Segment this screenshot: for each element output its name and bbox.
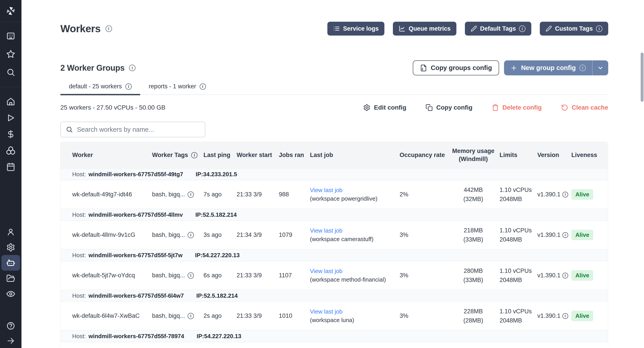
sidebar-item-expand[interactable] <box>1 334 20 348</box>
host-row: Host: windmill-workers-67757d55f-4llmv I… <box>60 209 608 221</box>
col-worker-tags: Worker Tags i <box>152 151 204 159</box>
copy-icon <box>426 104 433 111</box>
worker-start: 21:33 3/9 <box>236 191 279 198</box>
windmill-logo[interactable] <box>0 0 22 22</box>
liveness-badge: Alive <box>571 189 593 200</box>
custom-tags-button[interactable]: Custom Tags i <box>540 22 608 36</box>
last-job-workspace: (workspace camerastuff) <box>310 235 396 243</box>
tab-label: reports - 1 worker <box>149 83 196 90</box>
info-icon[interactable]: i <box>580 65 586 71</box>
last-job-workspace: (workspace powergridlive) <box>310 194 396 203</box>
copy-groups-config-button[interactable]: Copy groups config <box>413 60 499 75</box>
memory-usage: 442MB (32MB) <box>450 186 500 204</box>
new-group-config-dropdown[interactable] <box>592 60 608 75</box>
info-icon[interactable]: i <box>562 192 568 198</box>
table-header: Worker Worker Tags i Last ping Worker st… <box>60 142 608 168</box>
sidebar-item-apps[interactable] <box>1 27 20 45</box>
info-icon[interactable]: i <box>200 84 206 90</box>
delete-config-button[interactable]: Delete config <box>492 104 542 111</box>
sidebar-item-runs[interactable] <box>1 110 20 126</box>
workers-robot-icon <box>6 258 16 268</box>
sidebar-item-audit[interactable] <box>1 286 20 302</box>
view-last-job-link[interactable]: View last job <box>310 227 342 234</box>
host-name: windmill-workers-67757d55f-5jt7w <box>88 252 182 259</box>
limits: 1.10 vCPUs 2048MB <box>500 226 537 244</box>
info-icon[interactable]: i <box>106 26 112 32</box>
queue-metrics-button[interactable]: Queue metrics <box>393 22 456 36</box>
info-icon[interactable]: i <box>126 84 132 90</box>
host-name: windmill-workers-67757d55f-4llmv <box>88 211 183 218</box>
memory-windmill: (33MB) <box>450 276 496 285</box>
version: v1.390.1 i <box>537 272 571 279</box>
tab-default[interactable]: default - 25 workers i <box>60 83 140 94</box>
service-logs-button[interactable]: Service logs <box>327 22 384 36</box>
sidebar-item-schedules[interactable] <box>1 158 20 175</box>
sidebar-item-help[interactable] <box>1 319 20 332</box>
info-icon[interactable]: i <box>596 26 602 32</box>
default-tags-button[interactable]: Default Tags i <box>465 22 531 36</box>
vertical-scrollbar[interactable] <box>641 52 644 102</box>
apps-icon <box>6 32 15 40</box>
info-icon[interactable]: i <box>562 232 568 238</box>
col-version: Version <box>537 151 571 159</box>
schedules-calendar-icon <box>6 162 15 171</box>
sidebar-section-bottom <box>1 319 20 348</box>
info-icon[interactable]: i <box>562 273 568 278</box>
worker-tags-text: bash, bigq... <box>152 232 185 238</box>
resources-boxes-icon <box>6 146 16 155</box>
sidebar-item-user[interactable] <box>1 224 20 240</box>
worker-tags-text: bash, bigq... <box>152 272 185 279</box>
limit-memory: 2048MB <box>500 276 534 285</box>
worker-groups-actions: Copy groups config New group config i <box>413 60 608 75</box>
sidebar-item-settings[interactable] <box>1 240 20 255</box>
info-icon[interactable]: i <box>188 272 194 279</box>
sidebar-item-workers[interactable] <box>1 255 20 270</box>
chart-icon <box>399 25 406 32</box>
info-icon[interactable]: i <box>191 152 198 158</box>
sidebar-item-folders[interactable] <box>1 270 20 286</box>
copy-config-button[interactable]: Copy config <box>426 104 472 111</box>
info-icon[interactable]: i <box>519 26 526 32</box>
info-icon[interactable]: i <box>188 192 194 198</box>
limit-memory: 2048MB <box>500 316 534 325</box>
limit-cpu: 1.10 vCPUs <box>500 266 534 276</box>
info-icon[interactable]: i <box>188 232 194 238</box>
limit-cpu: 1.10 vCPUs <box>500 307 534 316</box>
view-last-job-link[interactable]: View last job <box>310 187 342 194</box>
edit-config-button[interactable]: Edit config <box>363 104 406 111</box>
search-input[interactable] <box>60 122 205 137</box>
tab-reports[interactable]: reports - 1 worker i <box>140 83 214 94</box>
clean-cache-button[interactable]: Clean cache <box>561 104 608 111</box>
host-ip: IP:52.5.182.214 <box>196 292 238 299</box>
sidebar-item-resources[interactable] <box>1 142 20 158</box>
liveness-badge: Alive <box>571 270 593 281</box>
view-last-job-link[interactable]: View last job <box>310 268 342 274</box>
version: v1.390.1 i <box>537 312 571 319</box>
folders-icon <box>6 274 15 283</box>
sidebar-item-search[interactable] <box>1 63 20 81</box>
sidebar-item-favorites[interactable] <box>1 45 20 63</box>
info-icon[interactable]: i <box>562 313 568 319</box>
last-job: View last job (workspace method-financia… <box>310 267 400 284</box>
liveness: Alive <box>571 230 608 240</box>
billing-dollar-icon <box>6 130 15 139</box>
sidebar-item-home[interactable] <box>1 93 20 110</box>
host-row: Host: windmill-workers-67757d55f-49tg7 I… <box>60 168 608 180</box>
view-last-job-link[interactable]: View last job <box>310 308 342 315</box>
new-group-config-button[interactable]: New group config i <box>504 60 608 75</box>
col-jobs-ran: Jobs ran <box>279 151 310 159</box>
worker-name: wk-default-4llmv-9v1cG <box>72 232 152 238</box>
col-last-job: Last job <box>310 151 400 159</box>
refresh-icon <box>561 104 568 111</box>
sidebar-divider <box>0 87 22 87</box>
sidebar-item-billing[interactable] <box>1 126 20 142</box>
last-job-workspace: (workspace luna) <box>310 316 396 324</box>
button-label: Custom Tags <box>555 25 593 32</box>
plus-icon <box>510 64 518 72</box>
info-icon[interactable]: i <box>188 313 194 319</box>
info-icon[interactable]: i <box>129 65 136 71</box>
workers-page: Workers i Service logs Queue metrics <box>0 0 644 348</box>
runs-play-icon <box>6 114 15 122</box>
host-label: Host: <box>72 333 86 340</box>
liveness-badge: Alive <box>571 311 593 321</box>
